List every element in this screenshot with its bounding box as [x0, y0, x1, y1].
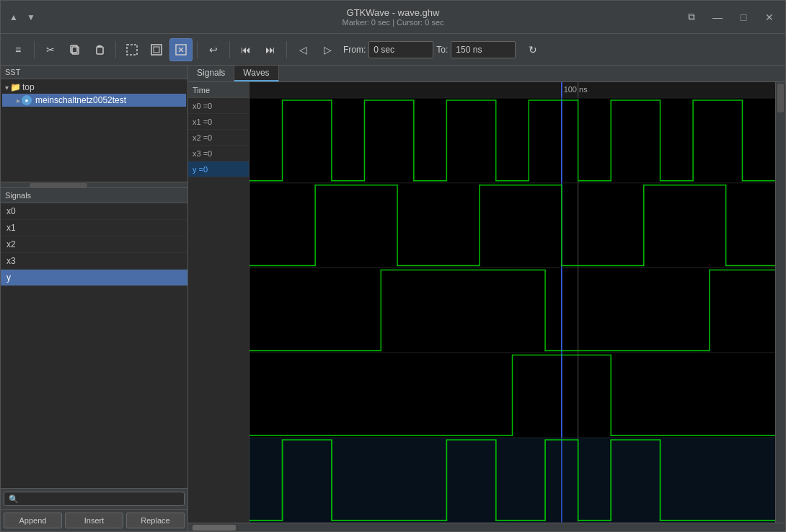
wave-vscrollbar[interactable] [775, 82, 785, 523]
undo-btn[interactable]: ↩ [202, 38, 225, 61]
separator-4 [229, 41, 230, 58]
sst-tree[interactable]: ▾ 📁 top ▸ ● meinschaltnetz0052test [1, 79, 187, 182]
signal-item-x0[interactable]: x0 [1, 203, 187, 220]
signal-item-x2[interactable]: x2 [1, 236, 187, 253]
select-all-btn[interactable] [120, 38, 143, 61]
sst-item-label-mein: meinschaltnetz0052test [35, 95, 126, 105]
signal-row-x0: x0 =0 [188, 98, 249, 114]
tab-signals-label: Signals [197, 68, 225, 78]
signal-row-x1: x1 =0 [188, 114, 249, 130]
zoom-fit-btn[interactable] [145, 38, 168, 61]
svg-rect-2 [97, 47, 103, 54]
sst-header: SST [1, 66, 187, 79]
window-subtitle: Marker: 0 sec | Cursor: 0 sec [342, 18, 443, 27]
zoom-sel-btn[interactable] [169, 38, 193, 61]
titlebar: ▲ ▼ GTKWave - wave.ghw Marker: 0 sec | C… [1, 1, 785, 34]
paste-btn[interactable] [88, 38, 111, 61]
svg-rect-4 [127, 45, 137, 55]
wave-tabs: Signals Waves [188, 66, 785, 82]
minimize-btn[interactable]: — [707, 7, 728, 27]
to-input[interactable] [451, 41, 516, 58]
search-box: 🔍 [4, 492, 185, 506]
search-icon: 🔍 [9, 495, 19, 504]
left-panel: SST ▾ 📁 top ▸ ● meinschaltnetz0052test [1, 66, 188, 531]
main-window: ▲ ▼ GTKWave - wave.ghw Marker: 0 sec | C… [0, 0, 786, 532]
begin-btn[interactable]: ⏮ [234, 38, 257, 61]
signal-item-x3[interactable]: x3 [1, 253, 187, 270]
signals-label: Signals [5, 191, 31, 200]
insert-btn[interactable]: Insert [65, 513, 123, 528]
signal-name-y: y [6, 272, 11, 283]
signal-x2-label: x2 =0 [193, 133, 212, 142]
signal-item-x1[interactable]: x1 [1, 220, 187, 236]
signal-time-header: Time [188, 82, 249, 98]
signal-item-y[interactable]: y [1, 270, 187, 286]
time-label: Time [193, 86, 210, 94]
sst-item-top[interactable]: ▾ 📁 top [2, 81, 186, 94]
replace-btn[interactable]: Replace [126, 513, 185, 528]
svg-rect-3 [97, 45, 102, 48]
signal-name-x2: x2 [6, 239, 16, 249]
sst-hscroll-thumb[interactable] [30, 183, 87, 187]
up-arrow-btn[interactable]: ▲ [6, 9, 21, 25]
titlebar-center: GTKWave - wave.ghw Marker: 0 sec | Curso… [342, 7, 443, 27]
sst-panel: SST ▾ 📁 top ▸ ● meinschaltnetz0052test [1, 66, 187, 188]
signal-y-label: y =0 [193, 165, 208, 174]
window-title: GTKWave - wave.ghw [347, 7, 440, 18]
expand-icon-mein: ▸ [17, 97, 20, 105]
separator-2 [115, 41, 116, 58]
down-arrow-btn[interactable]: ▼ [24, 9, 38, 25]
titlebar-right: ⧉ — □ ✕ [681, 7, 780, 27]
menu-btn[interactable]: ≡ [6, 38, 30, 61]
separator-5 [286, 41, 287, 58]
tab-signals[interactable]: Signals [188, 66, 234, 81]
signal-row-y: y =0 [188, 161, 249, 177]
signal-name-x3: x3 [6, 256, 16, 266]
refresh-btn[interactable]: ↻ [521, 38, 544, 61]
separator-3 [197, 41, 198, 58]
signals-panel: Signals x0 x1 x2 x3 y [1, 188, 187, 531]
sst-scrollbar[interactable] [1, 182, 187, 187]
append-btn[interactable]: Append [4, 513, 62, 528]
signal-x3-label: x3 =0 [193, 149, 212, 158]
toolbar: ≡ ✂ ↩ ⏮ ⏭ ◁ ▷ From: To: ↻ [1, 34, 785, 66]
wave-hscrollbar[interactable] [188, 523, 785, 531]
tab-waves-label: Waves [243, 68, 269, 78]
restore-btn[interactable]: ⧉ [681, 7, 702, 27]
signal-row-x3: x3 =0 [188, 146, 249, 161]
wave-canvas[interactable] [250, 82, 775, 523]
right-panel: Signals Waves Time x0 =0 x1 =0 [188, 66, 785, 531]
signal-name-x1: x1 [6, 223, 16, 233]
svg-rect-6 [154, 47, 159, 53]
wave-main: Time x0 =0 x1 =0 x2 =0 x3 =0 y [188, 82, 785, 523]
signals-buttons: Append Insert Replace [1, 509, 187, 531]
from-input[interactable] [368, 41, 433, 58]
cut-btn[interactable]: ✂ [39, 38, 62, 61]
signal-x0-label: x0 =0 [193, 102, 212, 110]
sst-item-label-top: top [22, 82, 35, 92]
prev-btn[interactable]: ◁ [291, 38, 314, 61]
signals-list[interactable]: x0 x1 x2 x3 y [1, 203, 187, 488]
maximize-btn[interactable]: □ [733, 7, 754, 27]
waveform-canvas[interactable] [250, 82, 775, 523]
next-btn[interactable]: ▷ [316, 38, 339, 61]
sst-item-meinschaltnetz[interactable]: ▸ ● meinschaltnetz0052test [2, 94, 186, 107]
folder-icon-top: 📁 [10, 82, 21, 92]
signal-x1-label: x1 =0 [193, 118, 212, 126]
signals-search: 🔍 [1, 488, 187, 509]
search-input[interactable] [22, 494, 180, 504]
signal-names-col: Time x0 =0 x1 =0 x2 =0 x3 =0 y [188, 82, 250, 523]
titlebar-left: ▲ ▼ [6, 9, 38, 25]
signal-name-x0: x0 [6, 206, 16, 216]
signals-header: Signals [1, 188, 187, 203]
sst-label: SST [5, 68, 20, 76]
svg-rect-5 [151, 45, 162, 55]
from-label: From: [343, 45, 366, 55]
close-btn[interactable]: ✕ [759, 7, 780, 27]
hscroll-thumb[interactable] [193, 525, 236, 531]
copy-btn[interactable] [63, 38, 87, 61]
end-btn[interactable]: ⏭ [259, 38, 282, 61]
vscroll-thumb[interactable] [777, 84, 784, 112]
tab-waves[interactable]: Waves [234, 66, 278, 81]
separator-1 [34, 41, 35, 58]
